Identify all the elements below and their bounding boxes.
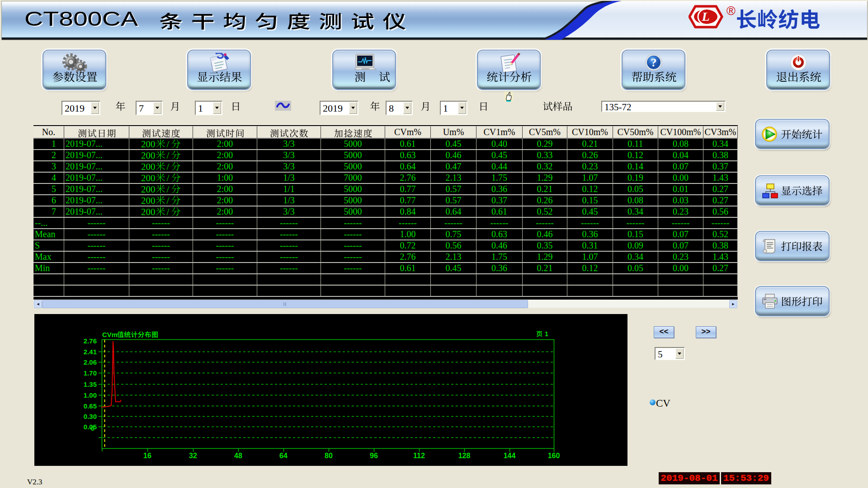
svg-text:128: 128 [458,452,471,460]
svg-text:160: 160 [548,452,560,460]
svg-text:16: 16 [143,452,151,460]
svg-text:/: / [167,173,170,183]
svg-text:200: 200 [141,206,156,217]
svg-text:200: 200 [141,184,156,194]
svg-text:200: 200 [141,161,156,172]
svg-text:48: 48 [234,452,242,460]
svg-text:112: 112 [413,452,425,460]
svg-text:0.30: 0.30 [84,413,97,420]
svg-text:1: 1 [545,330,548,338]
svg-text:200: 200 [141,139,156,149]
svg-text:200: 200 [141,173,156,183]
svg-text:®: ® [726,5,736,18]
svg-text:32: 32 [189,452,197,460]
svg-text:1.35: 1.35 [84,380,97,388]
svg-text:/: / [167,150,170,160]
svg-text:CVm: CVm [102,331,118,338]
svg-text:80: 80 [325,452,333,460]
svg-text:2.41: 2.41 [84,348,97,356]
svg-text:1.70: 1.70 [84,369,97,377]
svg-text:/: / [167,161,170,172]
svg-text:0.65: 0.65 [84,402,97,410]
svg-text:/: / [167,206,170,217]
svg-text:/: / [167,195,170,206]
svg-text:2.06: 2.06 [84,358,97,366]
svg-text:0.05: 0.05 [84,423,97,431]
svg-text:64: 64 [279,452,288,460]
svg-text:1.00: 1.00 [84,391,97,399]
svg-text:2.76: 2.76 [84,337,97,345]
svg-text:96: 96 [370,452,378,460]
svg-text:200: 200 [141,150,156,160]
svg-text:144: 144 [504,452,516,460]
svg-text:/: / [167,139,170,149]
svg-text:/: / [167,184,170,194]
svg-text:0: 0 [91,424,94,432]
svg-text:L: L [701,9,709,23]
svg-text:200: 200 [141,195,156,206]
